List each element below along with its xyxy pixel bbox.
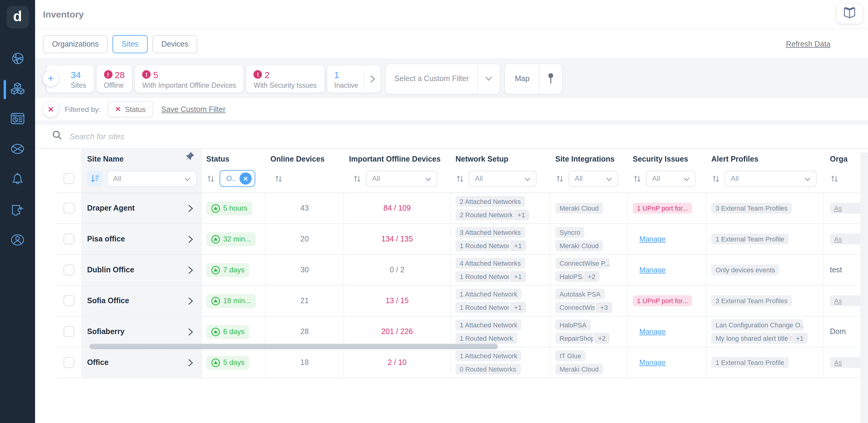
filter-dropdown-alerts[interactable]: All bbox=[725, 170, 816, 187]
topology-icon bbox=[10, 143, 25, 157]
custom-filter-select[interactable]: Select a Custom Filter bbox=[386, 64, 500, 93]
remove-filter-icon[interactable]: ✕ bbox=[115, 105, 121, 113]
sidebar-item-account-user[interactable] bbox=[0, 226, 35, 256]
manage-security-link[interactable]: Manage bbox=[639, 266, 666, 274]
site-expand-chevron-icon[interactable] bbox=[188, 235, 193, 243]
cell-site-name[interactable]: Draper Agent bbox=[81, 193, 202, 223]
row-checkbox[interactable] bbox=[63, 295, 74, 306]
site-expand-chevron-icon[interactable] bbox=[188, 204, 193, 212]
pin-icon[interactable] bbox=[186, 151, 195, 163]
cell-site-name[interactable]: Dublin Office bbox=[81, 255, 202, 285]
online-count: 28 bbox=[300, 327, 309, 336]
alert-profile-line: 1 External Team Profile bbox=[711, 234, 788, 244]
tab-organizations[interactable]: Organizations bbox=[43, 35, 108, 53]
cell-site-name[interactable]: Sofiaberry bbox=[81, 316, 202, 347]
cell-site-name[interactable]: Pisa office bbox=[81, 224, 202, 254]
row-checkbox[interactable] bbox=[63, 357, 74, 368]
site-name: Sofiaberry bbox=[87, 327, 125, 336]
filter-chip-status[interactable]: ✕ Status bbox=[108, 101, 153, 117]
alert-profile-tags: 3 External Team Profiles bbox=[711, 203, 792, 214]
cell-network-setup: 4 Attached Networks1 Routed Network+1 bbox=[451, 255, 551, 285]
sidebar-item-topology[interactable] bbox=[0, 135, 35, 165]
sort-button-integr[interactable] bbox=[555, 174, 564, 183]
status-text: 32 min... bbox=[223, 235, 251, 243]
cell-online-devices: 28 bbox=[266, 316, 344, 347]
filter-dropdown-offline[interactable]: All bbox=[366, 170, 437, 187]
row-checkbox[interactable] bbox=[63, 265, 74, 275]
add-site-button[interactable]: + bbox=[43, 71, 59, 87]
sort-button-online[interactable] bbox=[274, 174, 283, 183]
sort-button-alerts[interactable] bbox=[711, 174, 720, 183]
tab-sites[interactable]: Sites bbox=[113, 35, 148, 53]
alert-badge-icon: ! bbox=[254, 70, 262, 79]
alert-profile-tags: 1 External Team Profile bbox=[711, 234, 788, 244]
sort-button-network[interactable] bbox=[456, 174, 465, 183]
active-filter-chip-status[interactable]: O..✕ bbox=[220, 170, 255, 187]
search-input[interactable] bbox=[69, 132, 433, 141]
cell-site-integrations: HaloPSARepairShopr+2 bbox=[551, 316, 628, 347]
summary-chip-with-important-offline-devices[interactable]: !5With Important Offline Devices bbox=[135, 65, 244, 92]
security-issue-pill[interactable]: 1 UPnP port for... bbox=[633, 203, 692, 214]
filter-dropdown-integr[interactable]: All bbox=[568, 170, 618, 187]
network-tag-line: 1 Attached Network bbox=[456, 289, 526, 300]
row-checkbox[interactable] bbox=[63, 234, 74, 244]
integrations-puzzle-icon bbox=[10, 203, 25, 218]
summary-chip-with-security-issues[interactable]: !2With Security Issues bbox=[247, 65, 324, 92]
row-checkbox[interactable] bbox=[63, 203, 74, 214]
manage-security-link[interactable]: Manage bbox=[639, 358, 666, 367]
map-button[interactable]: Map bbox=[505, 64, 562, 93]
tag-pill: 2 Attached Networks bbox=[456, 196, 525, 207]
filter-dropdown-network[interactable]: All bbox=[469, 170, 536, 187]
knowledge-base-button[interactable] bbox=[837, 4, 863, 24]
chip-label: With Security Issues bbox=[254, 81, 317, 89]
site-expand-chevron-icon[interactable] bbox=[188, 328, 193, 336]
alert-profile-line: 3 External Team Profiles bbox=[711, 203, 792, 214]
sidebar-item-inventory-cubes[interactable] bbox=[0, 74, 35, 105]
refresh-data-link[interactable]: Refresh Data bbox=[786, 40, 831, 48]
site-expand-chevron-icon[interactable] bbox=[188, 266, 193, 274]
filter-dropdown-site[interactable]: All bbox=[107, 170, 196, 187]
tab-devices[interactable]: Devices bbox=[152, 35, 197, 53]
sort-button-status[interactable] bbox=[206, 174, 215, 183]
site-expand-chevron-icon[interactable] bbox=[188, 297, 193, 305]
network-tag-line: 1 Routed Network bbox=[456, 333, 522, 344]
sort-button-org[interactable] bbox=[830, 174, 839, 183]
horizontal-scrollbar[interactable] bbox=[90, 344, 498, 349]
cell-security-issues: Manage bbox=[628, 224, 707, 254]
summary-chip-offline[interactable]: !28Offline bbox=[96, 65, 132, 92]
column-label-integr: Site Integrations bbox=[555, 155, 615, 163]
save-custom-filter-link[interactable]: Save Custom Filter bbox=[161, 105, 226, 114]
tag-pill: IT Glue bbox=[555, 351, 586, 361]
clear-all-filters-button[interactable]: ✕ bbox=[43, 101, 59, 117]
sidebar-item-alerts-bell[interactable] bbox=[0, 165, 35, 195]
account-user-icon bbox=[10, 233, 25, 248]
cell-alert-profiles: 1 External Team Profile bbox=[707, 224, 824, 254]
integration-tags: Autotask PSAConnectWise+3 bbox=[555, 289, 612, 313]
chip-count: 1 bbox=[334, 69, 358, 80]
chevron-down-icon[interactable] bbox=[477, 64, 500, 93]
security-issue-pill[interactable]: 1 UPnP port for... bbox=[633, 295, 692, 306]
summary-chips: 34Sites!28Offline!5With Important Offlin… bbox=[46, 65, 380, 92]
chips-scroll-right-button[interactable] bbox=[365, 75, 380, 83]
sidebar-item-network-globe[interactable] bbox=[0, 44, 35, 74]
sort-button-site[interactable] bbox=[87, 171, 103, 186]
cell-site-name[interactable]: Sofia Office bbox=[81, 285, 202, 316]
sort-button-security[interactable] bbox=[633, 174, 642, 183]
tag-pill: 1 Attached Network bbox=[456, 289, 522, 300]
manage-security-link[interactable]: Manage bbox=[639, 235, 666, 243]
summary-chip-inactive[interactable]: 1Inactive bbox=[327, 65, 380, 92]
remove-filter-icon[interactable]: ✕ bbox=[240, 173, 252, 185]
app-logo[interactable]: d bbox=[6, 6, 29, 28]
manage-security-link[interactable]: Manage bbox=[639, 327, 666, 336]
row-checkbox[interactable] bbox=[63, 326, 74, 337]
site-expand-chevron-icon[interactable] bbox=[188, 359, 193, 366]
status-text: 7 days bbox=[223, 266, 245, 274]
sidebar-item-reports[interactable] bbox=[0, 105, 35, 135]
cell-site-name[interactable]: Office bbox=[81, 348, 202, 377]
status-badge: 5 days bbox=[206, 356, 249, 369]
sidebar-item-integrations-puzzle[interactable] bbox=[0, 195, 35, 226]
sort-button-offline[interactable] bbox=[353, 174, 362, 183]
cell-online-devices: 30 bbox=[266, 255, 344, 285]
filter-dropdown-security[interactable]: All bbox=[646, 170, 695, 187]
select-all-checkbox[interactable] bbox=[63, 173, 74, 184]
